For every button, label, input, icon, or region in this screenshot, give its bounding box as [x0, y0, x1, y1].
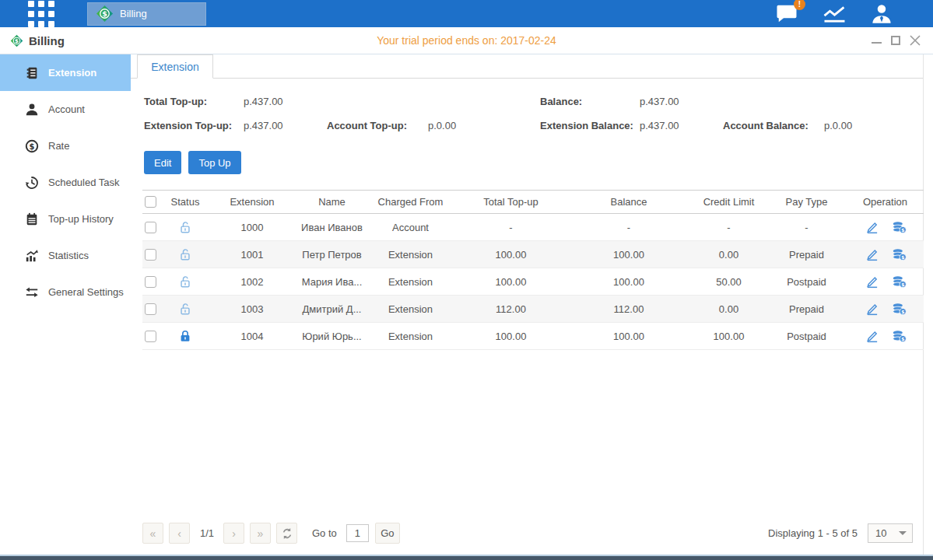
top-up-row-icon[interactable]: $: [892, 329, 907, 344]
tab-bar: Extension: [131, 54, 923, 79]
name-cell: Иван Иванов: [298, 222, 366, 233]
edit-row-icon[interactable]: [865, 275, 879, 289]
refresh-button[interactable]: [276, 523, 297, 544]
sidebar-item-label: General Settings: [48, 286, 124, 298]
notifications-button[interactable]: !: [775, 4, 798, 23]
billing-window-icon: $: [10, 34, 23, 47]
table-header: Status Extension Name Charged From Total…: [142, 190, 924, 214]
tab-extension[interactable]: Extension: [137, 54, 213, 79]
top-up-row-icon[interactable]: $: [892, 220, 907, 235]
balance-cell: 100.00: [566, 331, 691, 342]
person-icon: [25, 103, 39, 117]
status-locked-icon: [178, 329, 192, 343]
notebook-icon: [25, 212, 39, 226]
row-checkbox[interactable]: [145, 222, 156, 233]
next-page-button[interactable]: ›: [223, 523, 244, 544]
edit-button[interactable]: Edit: [144, 151, 181, 174]
charged-from-cell: Extension: [366, 249, 455, 261]
close-button[interactable]: [910, 35, 921, 46]
row-checkbox[interactable]: [145, 331, 156, 342]
top-up-button[interactable]: Top Up: [188, 151, 240, 174]
row-checkbox[interactable]: [145, 303, 156, 315]
goto-page-input[interactable]: [346, 524, 369, 542]
app-grid-icon[interactable]: [27, 0, 55, 28]
col-credit-limit: Credit Limit: [691, 196, 766, 208]
credit-limit-cell: 0.00: [691, 303, 766, 315]
sidebar-item-extension[interactable]: Extension: [0, 54, 131, 91]
last-page-button[interactable]: »: [250, 523, 271, 544]
extension-table: Status Extension Name Charged From Total…: [142, 190, 924, 350]
account-topup-value: p.0.00: [428, 120, 456, 131]
topbar-icons: !: [775, 3, 893, 25]
minimize-button[interactable]: [871, 35, 882, 46]
edit-row-icon[interactable]: [865, 247, 879, 262]
page-size-select[interactable]: 10: [868, 523, 913, 543]
credit-limit-cell: -: [691, 222, 766, 233]
user-account-button[interactable]: [871, 3, 893, 25]
pagination-right: Displaying 1 - 5 of 5 10: [768, 523, 913, 543]
svg-text:$: $: [901, 281, 904, 286]
taskbar-billing-tab[interactable]: $ Billing: [87, 2, 206, 26]
first-page-button[interactable]: «: [142, 523, 163, 544]
table-row: 1003 Дмитрий Д... Extension 112.00 112.0…: [142, 296, 924, 323]
edit-row-icon[interactable]: [865, 220, 879, 235]
maximize-button[interactable]: [890, 35, 901, 46]
top-up-row-icon[interactable]: $: [892, 302, 907, 317]
balance-cell: 100.00: [566, 249, 691, 261]
sidebar-item-general-settings[interactable]: General Settings: [0, 274, 131, 310]
window-title: Billing: [29, 34, 65, 47]
line-chart-icon: [822, 4, 847, 24]
extension-cell: 1000: [206, 222, 298, 233]
top-up-row-icon[interactable]: $: [892, 275, 907, 289]
billing-app-icon: $: [96, 5, 114, 23]
window-titlebar: $ Billing Your trial period ends on: 201…: [0, 27, 933, 54]
sidebar-item-scheduled-task[interactable]: Scheduled Task: [0, 164, 131, 201]
top-up-row-icon[interactable]: $: [892, 247, 907, 262]
extension-cell: 1004: [206, 331, 298, 342]
page-indicator: 1/1: [195, 527, 219, 539]
table-body: 1000 Иван Иванов Account - - - - $: [142, 214, 924, 350]
close-icon: [910, 35, 921, 46]
status-unlocked-icon: [178, 275, 192, 289]
extension-balance-label: Extension Balance:: [540, 120, 633, 131]
ledger-icon: [25, 66, 39, 80]
row-checkbox[interactable]: [145, 276, 156, 288]
go-button[interactable]: Go: [375, 523, 400, 544]
window-controls: [871, 27, 921, 54]
sidebar-item-label: Top-up History: [48, 213, 114, 225]
name-cell: Петр Петров: [298, 249, 366, 261]
credit-limit-cell: 50.00: [691, 276, 766, 288]
sidebar-item-account[interactable]: Account: [0, 91, 131, 128]
balance-cell: 112.00: [566, 303, 691, 315]
table-row: 1000 Иван Иванов Account - - - - $: [142, 214, 924, 241]
summary-panel: Total Top-up: p.437.00 Balance: p.437.00…: [131, 88, 923, 147]
status-unlocked-icon: [178, 302, 192, 316]
balance-cell: 100.00: [566, 276, 691, 288]
stats-icon: [25, 249, 39, 263]
sidebar-item-rate[interactable]: $ Rate: [0, 128, 131, 164]
name-cell: Дмитрий Д...: [298, 303, 366, 315]
sidebar-item-topup-history[interactable]: Top-up History: [0, 201, 131, 237]
sidebar-item-statistics[interactable]: Statistics: [0, 237, 131, 274]
svg-text:$: $: [30, 142, 35, 150]
charged-from-cell: Extension: [366, 303, 455, 315]
charged-from-cell: Account: [366, 222, 455, 233]
balance-value: p.437.00: [640, 96, 679, 107]
prev-page-button[interactable]: ‹: [169, 523, 190, 544]
status-unlocked-icon: [178, 247, 192, 261]
row-checkbox[interactable]: [145, 249, 156, 261]
goto-label: Go to: [312, 527, 337, 539]
total-topup-cell: 100.00: [455, 331, 566, 342]
sidebar-item-label: Statistics: [48, 250, 89, 261]
select-all-checkbox[interactable]: [145, 196, 156, 208]
edit-row-icon[interactable]: [865, 302, 879, 317]
resource-monitor-button[interactable]: [822, 4, 847, 24]
table-row: 1001 Петр Петров Extension 100.00 100.00…: [142, 241, 924, 268]
extension-cell: 1003: [206, 303, 298, 315]
screen: $ Billing !: [0, 0, 933, 560]
person-icon: [871, 3, 893, 25]
dollar-circle-icon: $: [25, 139, 39, 153]
table-row: 1004 Юрий Юрь... Extension 100.00 100.00…: [142, 323, 924, 350]
edit-row-icon[interactable]: [865, 329, 879, 344]
pay-type-cell: Prepaid: [766, 303, 847, 315]
